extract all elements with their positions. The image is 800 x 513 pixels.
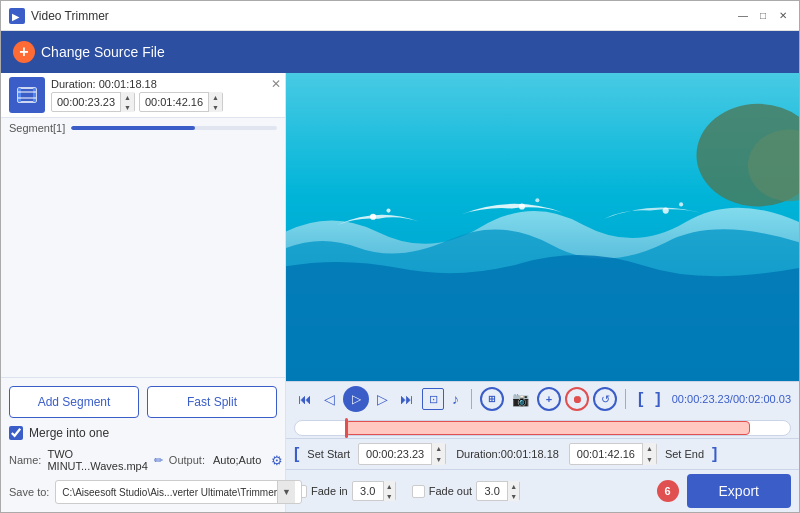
controls-separator-2	[625, 389, 626, 409]
record-button[interactable]: ⏺	[565, 387, 589, 411]
left-panel: Duration: 00:01:18.18 ▲ ▼	[1, 73, 286, 512]
add-segment-button[interactable]: Add Segment	[9, 386, 139, 418]
segment-thumbnail	[9, 77, 45, 113]
video-preview	[286, 73, 799, 381]
trim-end-down[interactable]: ▼	[642, 454, 656, 465]
minimize-button[interactable]: —	[735, 8, 751, 24]
title-bar: ▶ Video Trimmer — □ ✕	[1, 1, 799, 31]
save-path-box: C:\Aiseesoft Studio\Ais...verter Ultimat…	[55, 480, 302, 504]
trim-start-down[interactable]: ▼	[431, 454, 445, 465]
refresh-button[interactable]: ↺	[593, 387, 617, 411]
skip-start-button[interactable]: ⏮	[294, 389, 316, 409]
start-time-spinners: ▲ ▼	[120, 92, 134, 112]
export-badge: 6	[657, 480, 679, 502]
timeline-area	[286, 416, 799, 438]
close-segment-button[interactable]: ✕	[271, 77, 281, 91]
fade-out-label: Fade out	[429, 485, 472, 497]
trim-start-up[interactable]: ▲	[431, 443, 445, 454]
timeline-track[interactable]	[294, 420, 791, 436]
fade-in-down[interactable]: ▼	[383, 491, 395, 501]
trim-end-time-box: ▲ ▼	[569, 443, 657, 465]
timeline-selection	[345, 421, 751, 435]
save-path-text: C:\Aiseesoft Studio\Ais...verter Ultimat…	[62, 487, 277, 498]
segment-header: Duration: 00:01:18.18 ▲ ▼	[1, 73, 285, 118]
controls-separator-1	[471, 389, 472, 409]
fade-export-row: Fade in ▲ ▼ Fade out	[286, 469, 799, 512]
settings-icon[interactable]: ⚙	[271, 453, 283, 468]
name-row: Name: TWO MINUT...Waves.mp4 ✏ Output: Au…	[9, 448, 277, 472]
start-time-input[interactable]	[52, 96, 120, 108]
bracket-end-button[interactable]: ]	[651, 388, 664, 410]
end-time-input[interactable]	[140, 96, 208, 108]
trim-start-time-box: ▲ ▼	[358, 443, 446, 465]
fade-in-group: Fade in ▲ ▼	[294, 481, 396, 501]
trim-end-time-input[interactable]	[570, 448, 642, 460]
play-button[interactable]: ▷	[343, 386, 369, 412]
time-inputs: ▲ ▼ ▲ ▼	[51, 92, 277, 112]
trim-controls: [ Set Start ▲ ▼ Duration:00:01:18.18 ▲ ▼	[286, 438, 799, 469]
segment-label: Segment[1]	[9, 122, 65, 134]
edit-filename-icon[interactable]: ✏	[154, 454, 163, 467]
start-time-input-box: ▲ ▼	[51, 92, 135, 112]
fade-in-input[interactable]	[353, 485, 383, 497]
video-list-area	[1, 138, 285, 377]
trim-end-bracket: ]	[712, 445, 717, 463]
snapshot-button[interactable]: 📷	[508, 389, 533, 409]
maximize-button[interactable]: □	[755, 8, 771, 24]
skip-end-button[interactable]: ⏭	[396, 389, 418, 409]
end-time-down[interactable]: ▼	[208, 102, 222, 112]
output-value: Auto;Auto	[213, 454, 261, 466]
trim-end-up[interactable]: ▲	[642, 443, 656, 454]
crop-button[interactable]: ⊡	[422, 388, 444, 410]
fade-in-up[interactable]: ▲	[383, 481, 395, 491]
controls-bar: ⏮ ◁ ▷ ▷ ⏭ ⊡ ♪ ⊞ 📷 +	[286, 381, 799, 416]
set-end-button[interactable]: Set End	[661, 448, 708, 460]
main-content: Duration: 00:01:18.18 ▲ ▼	[1, 73, 799, 512]
fade-in-input-box: ▲ ▼	[352, 481, 396, 501]
trim-start-bracket: [	[294, 445, 299, 463]
ocean-waves-svg	[286, 73, 799, 381]
bracket-start-button[interactable]: [	[634, 388, 647, 410]
trim-duration-display: Duration:00:01:18.18	[450, 448, 565, 460]
save-path-dropdown[interactable]: ▼	[277, 481, 295, 503]
next-frame-button[interactable]: ▷	[373, 389, 392, 409]
fade-in-label: Fade in	[311, 485, 348, 497]
end-time-up[interactable]: ▲	[208, 92, 222, 102]
film-icon	[16, 84, 38, 106]
svg-text:▶: ▶	[12, 12, 20, 22]
add-segment-ctrl-button[interactable]: +	[537, 387, 561, 411]
fade-out-spinners: ▲ ▼	[507, 481, 519, 501]
volume-button[interactable]: ♪	[448, 389, 463, 409]
segment-info: Duration: 00:01:18.18 ▲ ▼	[51, 78, 277, 112]
svg-point-14	[663, 207, 669, 213]
export-button[interactable]: Export	[687, 474, 791, 508]
svg-point-10	[370, 214, 376, 220]
trim-start-spinners: ▲ ▼	[431, 443, 445, 465]
right-panel: ⏮ ◁ ▷ ▷ ⏭ ⊡ ♪ ⊞ 📷 +	[286, 73, 799, 512]
close-button[interactable]: ✕	[775, 8, 791, 24]
start-time-down[interactable]: ▼	[120, 102, 134, 112]
start-time-up[interactable]: ▲	[120, 92, 134, 102]
name-label: Name:	[9, 454, 41, 466]
left-bottom: Add Segment Fast Split Merge into one Na…	[1, 377, 285, 512]
trim-start-time-input[interactable]	[359, 448, 431, 460]
prev-frame-button[interactable]: ◁	[320, 389, 339, 409]
change-source-button[interactable]: + Change Source File	[13, 41, 165, 63]
app-icon: ▶	[9, 8, 25, 24]
set-start-button[interactable]: Set Start	[303, 448, 354, 460]
window-controls: — □ ✕	[735, 8, 791, 24]
fast-split-button[interactable]: Fast Split	[147, 386, 277, 418]
fade-out-checkbox[interactable]	[412, 485, 425, 498]
fade-out-input[interactable]	[477, 485, 507, 497]
segment-progress-fill	[71, 126, 194, 130]
fade-out-up[interactable]: ▲	[507, 481, 519, 491]
merge-checkbox[interactable]	[9, 426, 23, 440]
timeline-playhead	[345, 418, 348, 438]
duration-display: Duration: 00:01:18.18	[51, 78, 277, 90]
fade-out-down[interactable]: ▼	[507, 491, 519, 501]
file-name: TWO MINUT...Waves.mp4	[47, 448, 147, 472]
zoom-button[interactable]: ⊞	[480, 387, 504, 411]
fade-out-group: Fade out ▲ ▼	[412, 481, 520, 501]
fade-in-spinners: ▲ ▼	[383, 481, 395, 501]
trim-end-spinners: ▲ ▼	[642, 443, 656, 465]
